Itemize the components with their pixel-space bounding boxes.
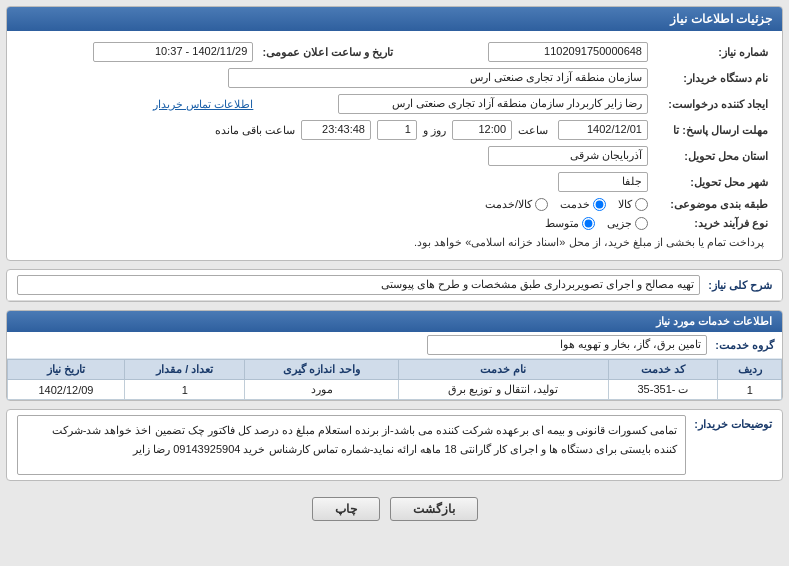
ijad-konande-value: رضا زایر کاربردار سازمان منطقه آزاد تجار…	[338, 94, 648, 114]
ostan-label: استان محل تحویل:	[652, 143, 772, 169]
radio-matavosat[interactable]: متوسط	[545, 217, 595, 230]
shahr-value: جلفا	[558, 172, 648, 192]
service-info-header: اطلاعات خدمات مورد نیاز	[7, 311, 782, 332]
sharh-value: تهیه مصالح و اجرای تصویربرداری طبق مشخصا…	[17, 275, 700, 295]
mohlat-saat: 12:00	[452, 120, 512, 140]
group-value: تامین برق، گاز، بخار و تهویه هوا	[427, 335, 707, 355]
tarikh-saat-label: تاریخ و ساعت اعلان عمومی:	[257, 39, 397, 65]
description-value: تمامی کسورات قانونی و بیمه ای برعهده شرک…	[17, 415, 686, 475]
cell-tarikh: 1402/12/09	[8, 380, 125, 400]
description-label: توضیحات خریدار:	[694, 415, 772, 431]
tabaqe-label: طبقه بندی موضوعی:	[652, 195, 772, 214]
radio-kala-khedmat[interactable]: کالا/خدمت	[485, 198, 548, 211]
payment-note: پرداخت تمام یا بخشی از مبلغ خرید، از محل…	[410, 233, 768, 251]
radio-khedmat[interactable]: خدمت	[560, 198, 606, 211]
nam-dastgah-value: سازمان منطقه آزاد تجاری صنعتی ارس	[228, 68, 648, 88]
noe-farayand-label: نوع فرآیند خرید:	[652, 214, 772, 233]
col-kod: کد خدمت	[608, 360, 718, 380]
mohlat-roz: 1	[377, 120, 417, 140]
nam-dastgah-label: نام دستگاه خریدار:	[652, 65, 772, 91]
col-tarikh: تاریخ نیاز	[8, 360, 125, 380]
radio-kala[interactable]: کالا	[618, 198, 648, 211]
ostan-value: آذربایجان شرقی	[488, 146, 648, 166]
shahr-label: شهر محل تحویل:	[652, 169, 772, 195]
cell-name: تولید، انتقال و توزیع برق	[398, 380, 608, 400]
roz-label: روز و	[423, 124, 446, 137]
mohlat-date: 1402/12/01	[558, 120, 648, 140]
ijad-konande-label: ایجاد کننده درخواست:	[652, 91, 772, 117]
saat-label: ساعت	[518, 124, 548, 137]
back-button[interactable]: بازگشت	[390, 497, 478, 521]
shomare-niaz-value: 1102091750000648	[488, 42, 648, 62]
shomare-niaz-label: شماره نیاز:	[652, 39, 772, 65]
cell-kod: ت -351-35	[608, 380, 718, 400]
radio-jozii[interactable]: جزیی	[607, 217, 648, 230]
col-vahed: واحد اندازه گیری	[245, 360, 398, 380]
mohlat-baqi: 23:43:48	[301, 120, 371, 140]
cell-tedad: 1	[124, 380, 245, 400]
print-button[interactable]: چاپ	[312, 497, 380, 521]
baqi-label: ساعت باقی مانده	[215, 124, 295, 137]
cell-radif: 1	[718, 380, 782, 400]
group-label: گروه خدمت:	[715, 339, 774, 352]
col-tedad: تعداد / مقدار	[124, 360, 245, 380]
sharh-label: شرح کلی نیاز:	[708, 279, 772, 292]
tarikh-saat-value: 1402/11/29 - 10:37	[93, 42, 253, 62]
mohlat-label: مهلت ارسال پاسخ: تا	[652, 117, 772, 143]
action-buttons: بازگشت چاپ	[6, 489, 783, 529]
etelaat-tamas-link[interactable]: اطلاعات تماس خریدار	[153, 98, 253, 110]
col-radif: ردیف	[718, 360, 782, 380]
page-title: جزئیات اطلاعات نیاز	[7, 7, 782, 31]
col-name: نام خدمت	[398, 360, 608, 380]
cell-vahed: مورد	[245, 380, 398, 400]
table-row: 1 ت -351-35 تولید، انتقال و توزیع برق مو…	[8, 380, 782, 400]
